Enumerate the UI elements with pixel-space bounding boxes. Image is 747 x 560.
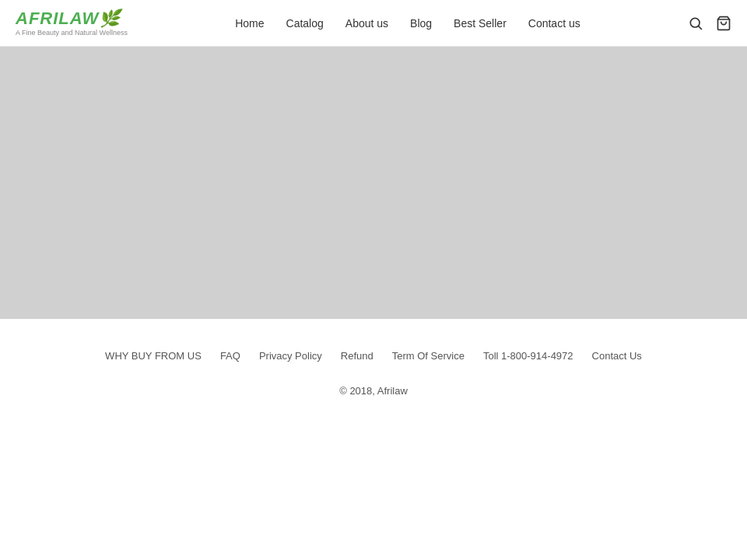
footer-privacy[interactable]: Privacy Policy [259,350,322,362]
logo-text: AFRILAW🌿 [16,10,121,27]
search-button[interactable] [688,16,703,31]
footer-contact[interactable]: Contact Us [592,350,642,362]
nav-best-seller[interactable]: Best Seller [454,17,507,30]
hero-section [0,47,747,319]
copyright: © 2018, Afrilaw [16,385,731,397]
nav-about[interactable]: About us [345,17,388,30]
logo-tagline: A Fine Beauty and Natural Wellness [16,29,128,37]
main-nav: Home Catalog About us Blog Best Seller C… [235,17,580,30]
footer-links: WHY BUY FROM US FAQ Privacy Policy Refun… [16,350,731,362]
footer-faq[interactable]: FAQ [220,350,240,362]
search-icon [688,16,703,31]
cart-button[interactable] [716,16,731,31]
footer-why-buy[interactable]: WHY BUY FROM US [105,350,202,362]
nav-blog[interactable]: Blog [410,17,432,30]
svg-line-1 [699,26,702,29]
header: AFRILAW🌿 A Fine Beauty and Natural Welln… [0,0,747,47]
footer-phone[interactable]: Toll 1-800-914-4972 [483,350,573,362]
nav-contact[interactable]: Contact us [528,17,580,30]
footer-refund[interactable]: Refund [341,350,374,362]
header-actions [688,16,731,31]
svg-point-0 [690,18,700,27]
logo-leaf-icon: 🌿 [99,10,121,27]
footer-terms[interactable]: Term Of Service [392,350,465,362]
logo[interactable]: AFRILAW🌿 A Fine Beauty and Natural Welln… [16,10,128,37]
cart-icon [716,16,731,31]
nav-catalog[interactable]: Catalog [286,17,324,30]
nav-home[interactable]: Home [235,17,264,30]
footer: WHY BUY FROM US FAQ Privacy Policy Refun… [0,319,747,412]
